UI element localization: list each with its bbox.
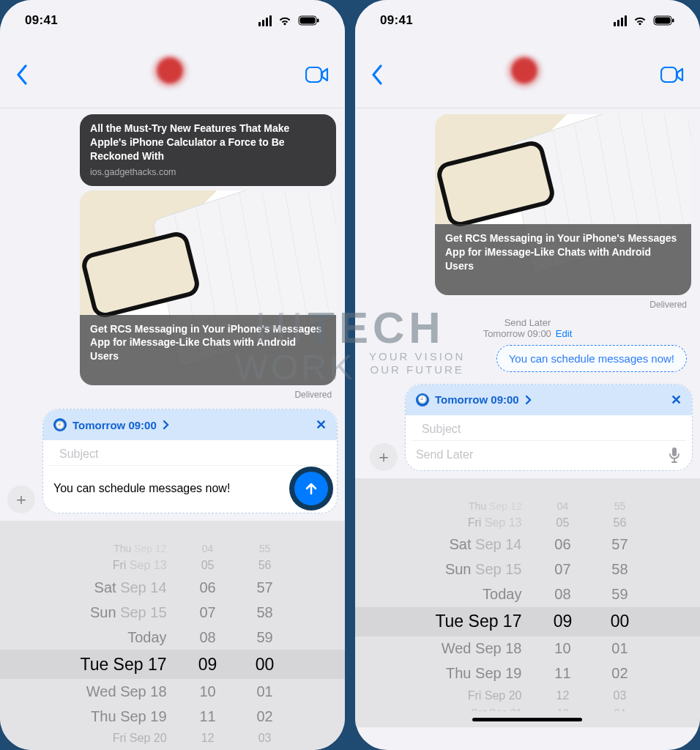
- link-image: [435, 114, 691, 224]
- datetime-picker[interactable]: Thu Sep 120455Fri Sep 130556Sat Sep 1406…: [355, 478, 700, 727]
- status-bar: 09:41: [355, 0, 700, 41]
- compose-area: ＋ 🕘 Tomorrow 09:00 ✕ Subject You can sch…: [0, 404, 345, 521]
- link-title: Get RCS Messaging in Your iPhone's Messa…: [80, 315, 336, 386]
- link-title: Get RCS Messaging in Your iPhone's Messa…: [435, 224, 691, 295]
- signal-icon: [614, 15, 627, 26]
- clock-icon: 🕘: [416, 393, 429, 406]
- picker-row[interactable]: Sat Sep 211304: [355, 705, 700, 711]
- wifi-icon: [633, 15, 647, 26]
- datetime-picker[interactable]: Thu Sep 120455Fri Sep 130556Sat Sep 1406…: [0, 521, 345, 750]
- add-button[interactable]: ＋: [7, 486, 35, 513]
- signal-icon: [258, 15, 272, 26]
- battery-icon: [653, 15, 675, 26]
- status-icons: [614, 15, 675, 26]
- chevron-right-icon: [163, 420, 169, 430]
- link-title: All the Must-Try New Features That Make …: [90, 122, 326, 163]
- compose-box: 🕘 Tomorrow 09:00 ✕ Subject Send Later: [405, 384, 693, 471]
- svg-rect-1: [300, 18, 316, 24]
- close-icon[interactable]: ✕: [316, 417, 327, 433]
- send-button[interactable]: [294, 472, 328, 505]
- status-icons: [258, 15, 320, 26]
- clock-icon: 🕘: [53, 418, 67, 431]
- picker-row[interactable]: Today0859: [0, 625, 345, 650]
- link-card-2[interactable]: Get RCS Messaging in Your iPhone's Messa…: [435, 114, 691, 295]
- picker-row[interactable]: Fri Sep 130556: [0, 556, 345, 575]
- home-indicator: [472, 718, 582, 721]
- picker-row[interactable]: Sun Sep 150758: [355, 557, 700, 582]
- status-bar: 09:41: [0, 0, 345, 41]
- status-time: 09:41: [380, 13, 413, 28]
- subject-input[interactable]: Subject: [49, 440, 331, 466]
- picker-row[interactable]: Sat Sep 140657: [355, 532, 700, 557]
- add-button[interactable]: ＋: [370, 443, 398, 471]
- conversation: Get RCS Messaging in Your iPhone's Messa…: [355, 108, 700, 379]
- link-card-2[interactable]: Get RCS Messaging in Your iPhone's Messa…: [80, 190, 336, 386]
- edit-schedule-link[interactable]: Edit: [556, 328, 572, 339]
- picker-row[interactable]: Wed Sep 181001: [0, 679, 345, 704]
- schedule-banner[interactable]: 🕘 Tomorrow 09:00 ✕: [43, 409, 337, 440]
- svg-rect-7: [661, 67, 677, 82]
- scheduled-message-bubble[interactable]: You can schedule messages now!: [496, 345, 687, 372]
- svg-rect-2: [317, 19, 319, 23]
- compose-box: 🕘 Tomorrow 09:00 ✕ Subject You can sched…: [42, 409, 338, 513]
- picker-row[interactable]: Today0859: [355, 582, 700, 607]
- svg-rect-3: [306, 67, 321, 82]
- picker-row[interactable]: Sat Sep 140657: [0, 575, 345, 600]
- subject-input[interactable]: Subject: [412, 415, 686, 441]
- schedule-time: Tomorrow 09:00: [435, 393, 519, 406]
- picker-row[interactable]: Fri Sep 201203: [355, 686, 700, 705]
- wifi-icon: [278, 15, 292, 26]
- delivered-label: Delivered: [9, 390, 332, 400]
- svg-rect-8: [672, 448, 677, 456]
- nav-bar: [0, 41, 345, 108]
- phone-screen-right: 09:41 Get: [355, 0, 700, 750]
- picker-row[interactable]: Wed Sep 181001: [355, 636, 700, 661]
- conversation: All the Must-Try New Features That Make …: [0, 108, 345, 400]
- contact-avatar[interactable]: [37, 54, 302, 95]
- link-image: [80, 190, 336, 315]
- phone-screen-left: 09:41 All the Must-Try New Fe: [0, 0, 345, 750]
- facetime-button[interactable]: [658, 60, 687, 89]
- compose-area: ＋ 🕘 Tomorrow 09:00 ✕ Subject Send Later: [355, 379, 700, 478]
- link-card-1[interactable]: All the Must-Try New Features That Make …: [80, 114, 336, 186]
- message-input[interactable]: Send Later: [416, 448, 663, 461]
- battery-icon: [298, 15, 320, 26]
- message-input[interactable]: You can schedule messages now!: [53, 482, 288, 495]
- svg-rect-5: [655, 18, 671, 24]
- close-icon[interactable]: ✕: [671, 392, 682, 408]
- svg-rect-6: [672, 19, 674, 23]
- picker-row[interactable]: Thu Sep 120455: [0, 541, 345, 556]
- chevron-right-icon: [525, 395, 532, 405]
- back-button[interactable]: [362, 60, 392, 89]
- back-button[interactable]: [7, 60, 37, 89]
- link-source: ios.gadgethacks.com: [90, 166, 326, 179]
- picker-row[interactable]: Thu Sep 191102: [0, 704, 345, 729]
- picker-row[interactable]: Tue Sep 170900: [355, 607, 700, 636]
- facetime-button[interactable]: [302, 60, 332, 89]
- delivered-label: Delivered: [364, 300, 687, 310]
- picker-row[interactable]: Sun Sep 150758: [0, 600, 345, 625]
- schedule-banner[interactable]: 🕘 Tomorrow 09:00 ✕: [406, 385, 692, 415]
- contact-avatar[interactable]: [392, 54, 658, 95]
- status-time: 09:41: [25, 13, 58, 28]
- scheduled-header: Send Later Tomorrow 09:00Edit: [364, 317, 691, 339]
- picker-row[interactable]: Tue Sep 170900: [0, 650, 345, 679]
- nav-bar: [355, 41, 700, 108]
- picker-rows-left: Thu Sep 120455Fri Sep 130556Sat Sep 1406…: [0, 541, 345, 750]
- dictation-button[interactable]: [669, 447, 680, 463]
- picker-row[interactable]: Fri Sep 201203: [0, 729, 345, 748]
- picker-row[interactable]: Fri Sep 130556: [355, 513, 700, 532]
- picker-row[interactable]: Thu Sep 120455: [355, 499, 700, 513]
- picker-rows-right: Thu Sep 120455Fri Sep 130556Sat Sep 1406…: [355, 499, 700, 711]
- picker-row[interactable]: Thu Sep 191102: [355, 661, 700, 686]
- schedule-time: Tomorrow 09:00: [72, 419, 157, 431]
